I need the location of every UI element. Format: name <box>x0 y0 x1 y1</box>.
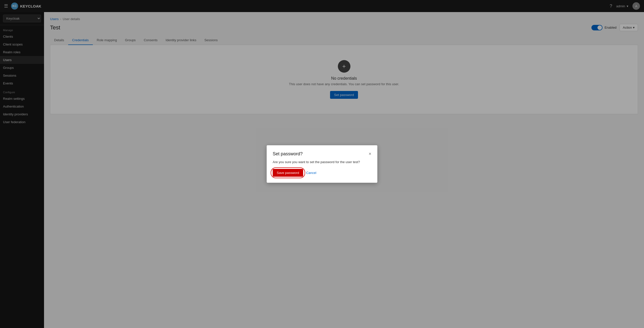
set-password-modal: Set password? × Are you sure you want to… <box>267 145 377 183</box>
save-password-wrapper: Save password <box>273 169 303 177</box>
modal-header: Set password? × <box>273 151 371 157</box>
save-password-button[interactable]: Save password <box>273 169 303 177</box>
modal-body: Are you sure you want to set the passwor… <box>273 160 371 164</box>
modal-overlay: Set password? × Are you sure you want to… <box>44 12 644 328</box>
cancel-button[interactable]: Cancel <box>306 171 316 175</box>
modal-close-button[interactable]: × <box>369 151 371 157</box>
modal-footer: Save password Cancel <box>273 169 371 177</box>
layout: Keycloak Manage Clients Client scopes Re… <box>0 12 644 328</box>
main-content: Users › User details Test Enabled Action… <box>44 12 644 328</box>
modal-title: Set password? <box>273 151 303 157</box>
